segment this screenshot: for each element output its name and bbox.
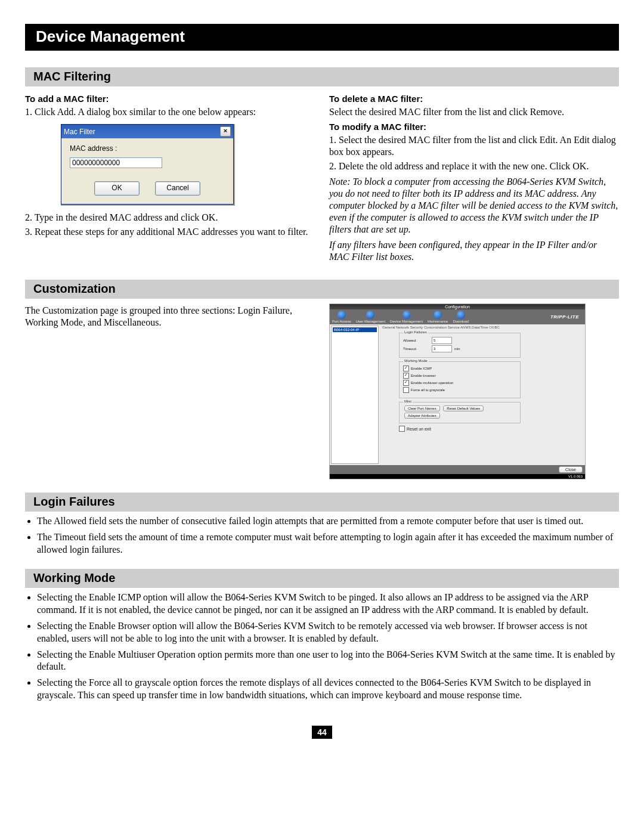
section-customization: Customization <box>25 280 619 299</box>
timeout-unit: min <box>454 347 460 351</box>
close-button[interactable]: Close <box>559 466 583 473</box>
add-step-3: 3. Repeat these steps for any additional… <box>25 226 315 238</box>
checkbox-grayscale[interactable] <box>403 387 409 393</box>
dialog-title: Mac Filter <box>64 128 95 136</box>
nav-maintenance[interactable]: Maintenance <box>428 311 448 323</box>
timeout-label: Timeout: <box>403 347 432 351</box>
gear-icon <box>402 311 411 319</box>
mac-address-input[interactable] <box>70 157 162 168</box>
mac-note-1: Note: To block a computer from accessing… <box>329 176 619 236</box>
globe-icon <box>338 311 346 319</box>
section-mac-filtering: MAC Filtering <box>25 67 619 86</box>
login-failure-bullet-1: The Allowed field sets the number of con… <box>37 515 619 528</box>
clear-port-names-button[interactable]: Clear Port Names <box>404 405 440 411</box>
nav-port-access[interactable]: Port Access <box>332 311 351 323</box>
nav-user-management[interactable]: User Management <box>356 311 385 323</box>
adapter-attributes-button[interactable]: Adapter Attributes <box>404 413 440 419</box>
checkbox-multiuser[interactable]: ✓ <box>403 380 409 386</box>
add-mac-heading: To add a MAC filter: <box>25 94 315 104</box>
add-step-2: 2. Type in the desired MAC address and c… <box>25 212 315 224</box>
working-mode-group: Working Mode ✓Enable ICMP ✓Enable browse… <box>399 361 521 398</box>
close-icon[interactable]: × <box>220 126 231 137</box>
timeout-input[interactable]: 3 <box>432 345 452 352</box>
version-label: V1.0.063 <box>330 474 585 479</box>
download-icon <box>457 311 465 319</box>
group-label-working: Working Mode <box>403 359 429 363</box>
section-login-failures: Login Failures <box>25 493 619 512</box>
working-mode-bullet-3: Selecting the Enable Multiuser Operation… <box>37 649 619 674</box>
mac-note-2: If any filters have been configured, the… <box>329 239 619 263</box>
reset-default-button[interactable]: Reset Default Values <box>443 405 484 411</box>
nav-download[interactable]: Download <box>453 311 469 323</box>
wrench-icon <box>434 311 442 319</box>
checkbox-browser[interactable]: ✓ <box>403 373 409 379</box>
misc-group: Misc Clear Port Names Reset Default Valu… <box>399 402 521 423</box>
ok-button[interactable]: OK <box>94 181 140 196</box>
config-tabs[interactable]: General Network Security Customization S… <box>382 326 583 329</box>
modify-mac-heading: To modify a MAC filter: <box>329 122 619 132</box>
working-mode-bullet-4: Selecting the Force all to grayscale opt… <box>37 677 619 702</box>
user-icon <box>366 311 374 319</box>
delete-mac-heading: To delete a MAC filter: <box>329 94 619 104</box>
customization-intro: The Customization page is grouped into t… <box>25 305 315 329</box>
mac-filter-dialog: Mac Filter × MAC address : OK Cancel <box>61 124 235 206</box>
nav-device-management[interactable]: Device Management <box>390 311 423 323</box>
mac-address-label: MAC address : <box>70 144 225 153</box>
login-failure-bullet-2: The Timeout field sets the amount of tim… <box>37 531 619 556</box>
add-step-1: 1. Click Add. A dialog box similar to th… <box>25 106 315 118</box>
modify-step-2: 2. Delete the old address and replace it… <box>329 160 619 172</box>
config-banner: Configuration <box>330 304 585 309</box>
reset-exit-label: Reset on exit <box>407 427 431 431</box>
allowed-input[interactable]: 5 <box>432 337 452 344</box>
device-tree[interactable]: B064-032-04-IP <box>331 326 379 464</box>
cancel-button[interactable]: Cancel <box>155 181 200 196</box>
section-working-mode: Working Mode <box>25 569 619 588</box>
checkbox-reset-exit[interactable] <box>399 426 405 432</box>
customization-screenshot: Configuration Port Access User Managemen… <box>329 304 586 479</box>
working-mode-bullet-1: Selecting the Enable ICMP option will al… <box>37 592 619 617</box>
checkbox-icmp[interactable]: ✓ <box>403 366 409 371</box>
group-label-login: Login Failures <box>403 330 428 334</box>
working-mode-bullet-2: Selecting the Enable Browser option will… <box>37 620 619 645</box>
login-failures-group: Login Failures Allowed: 5 Timeout: 3 min <box>399 333 521 358</box>
delete-body: Select the desired MAC filter from the l… <box>329 106 619 118</box>
group-label-misc: Misc <box>403 400 413 403</box>
page-number: 44 <box>312 726 332 739</box>
modify-step-1: 1. Select the desired MAC filter from th… <box>329 134 619 158</box>
allowed-label: Allowed: <box>403 339 432 342</box>
page-title: Device Management <box>25 24 619 51</box>
tree-item[interactable]: B064-032-04-IP <box>333 327 377 332</box>
brand-logo: TRIPP·LITE <box>548 313 581 321</box>
